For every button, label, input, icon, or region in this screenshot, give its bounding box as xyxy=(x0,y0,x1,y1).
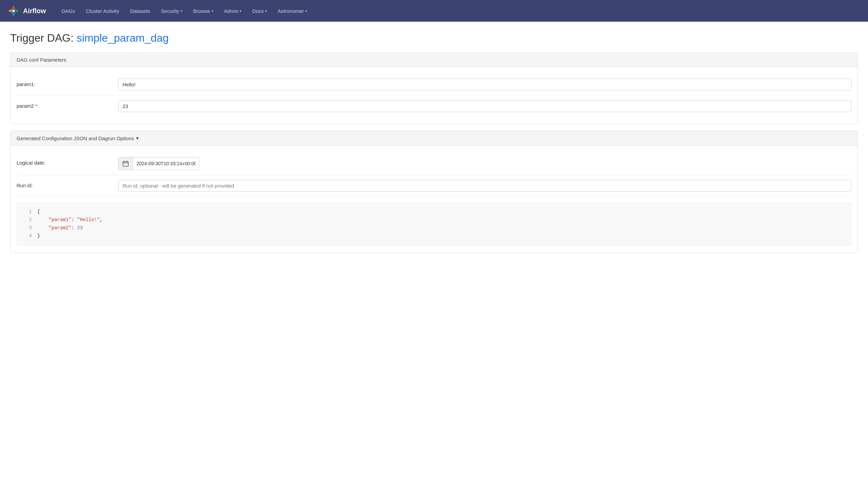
code-line-3: 3 "param2": 23 xyxy=(24,224,844,232)
svg-rect-5 xyxy=(123,162,128,166)
param2-input[interactable] xyxy=(118,100,851,112)
param2-row: param2 *: xyxy=(17,95,851,117)
logical-date-row: Logical date: xyxy=(17,152,851,175)
nav-menu: DAGs Cluster Activity Datasets Security … xyxy=(56,0,312,22)
run-id-row: Run id: xyxy=(17,175,851,197)
generated-conf-card: Generated Configuration JSON and Dagrun … xyxy=(10,131,858,253)
json-preview: 1 { 2 "param1": "Hello!", 3 "param2": 23… xyxy=(17,202,851,246)
nav-docs[interactable]: Docs ▾ xyxy=(247,0,272,22)
dag-conf-body: param1: param2 *: xyxy=(10,67,858,124)
astronomer-caret-icon: ▾ xyxy=(305,9,307,13)
generated-conf-header[interactable]: Generated Configuration JSON and Dagrun … xyxy=(10,131,858,146)
run-id-input[interactable] xyxy=(118,180,851,192)
param1-row: param1: xyxy=(17,74,851,95)
nav-dags[interactable]: DAGs xyxy=(56,0,81,22)
nav-astronomer[interactable]: Astronomer ▾ xyxy=(272,0,312,22)
param1-input[interactable] xyxy=(118,79,851,90)
svg-point-4 xyxy=(12,9,15,12)
nav-admin[interactable]: Admin ▾ xyxy=(219,0,247,22)
logical-date-input-wrapper xyxy=(118,157,199,170)
svg-marker-3 xyxy=(8,9,12,13)
code-line-2: 2 "param1": "Hello!", xyxy=(24,216,844,224)
logo-text: Airflow xyxy=(23,7,46,15)
nav-datasets[interactable]: Datasets xyxy=(125,0,155,22)
browse-caret-icon: ▾ xyxy=(212,9,213,13)
generated-conf-caret-icon: ▾ xyxy=(136,135,139,141)
admin-caret-icon: ▾ xyxy=(240,9,241,13)
main-nav: Airflow DAGs Cluster Activity Datasets S… xyxy=(0,0,868,22)
code-line-1: 1 { xyxy=(24,208,844,216)
dag-name: simple_param_dag xyxy=(77,32,169,44)
dag-conf-header: DAG conf Parameters xyxy=(10,53,858,67)
page-content: Trigger DAG: simple_param_dag DAG conf P… xyxy=(0,22,868,270)
page-title: Trigger DAG: simple_param_dag xyxy=(10,32,858,44)
calendar-button[interactable] xyxy=(118,157,133,170)
run-id-label: Run id: xyxy=(17,180,118,188)
param2-label: param2 *: xyxy=(17,100,118,109)
logo[interactable]: Airflow xyxy=(7,4,46,18)
logical-date-label: Logical date: xyxy=(17,157,118,166)
param1-label: param1: xyxy=(17,79,118,87)
logical-date-field[interactable] xyxy=(133,158,199,169)
logo-icon xyxy=(7,4,20,18)
security-caret-icon: ▾ xyxy=(181,9,182,13)
code-line-4: 4 } xyxy=(24,232,844,240)
nav-cluster-activity[interactable]: Cluster Activity xyxy=(81,0,125,22)
docs-caret-icon: ▾ xyxy=(265,9,267,13)
nav-security[interactable]: Security ▾ xyxy=(155,0,188,22)
generated-conf-body: Logical date: Run id: xyxy=(10,146,858,253)
nav-browse[interactable]: Browse ▾ xyxy=(188,0,219,22)
calendar-icon xyxy=(123,161,129,167)
dag-conf-card: DAG conf Parameters param1: param2 *: xyxy=(10,52,858,124)
param2-required-marker: *: xyxy=(35,103,39,109)
